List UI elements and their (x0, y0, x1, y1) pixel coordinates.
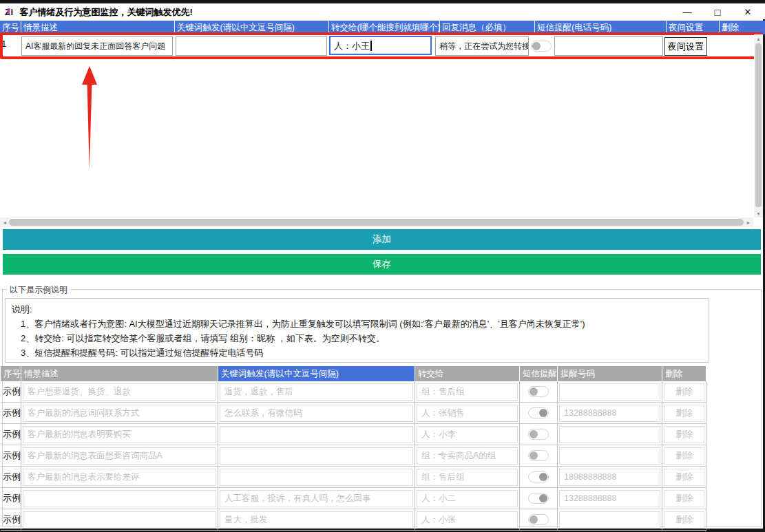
title-bar: Zi 客户情绪及行为意图监控，关键词触发优先! — □ ✕ (0, 3, 763, 21)
delete-button[interactable]: 删除 (664, 511, 704, 529)
header-sms: 短信提醒(电话号码) (535, 21, 666, 34)
phone-input[interactable]: 13288888888 (559, 490, 660, 507)
horizontal-scroll-thumb[interactable] (9, 219, 744, 226)
ex-header-scene: 情景描述 (21, 366, 218, 381)
scene-input[interactable]: 客户最新的消息表面想要咨询商品A (23, 447, 216, 465)
toggle-knob (539, 494, 547, 502)
header-keywords: 关键词触发(请以中文逗号间隔) (175, 21, 328, 34)
toggle-knob (530, 515, 538, 524)
row1-phone-input[interactable] (554, 36, 663, 56)
row1-transfer-value: 人：小王 (334, 41, 370, 51)
row1-keywords-input[interactable] (176, 36, 327, 56)
row1-night-settings-button[interactable]: 夜间设置 (664, 37, 707, 56)
header-seq: 序号 (0, 21, 21, 34)
note-line: 1、客户情绪或者行为意图: AI大模型通过近期聊天记录推算出，为防止重复触发可以… (12, 317, 702, 331)
keywords-input[interactable] (220, 426, 413, 443)
row1-transfer-input[interactable]: 人：小王 (329, 36, 432, 55)
toggle-knob (530, 451, 538, 460)
transfer-input[interactable]: 人：小二 (417, 490, 518, 507)
example-table-row: 示例 量大，批发 人：小张 删除 (1, 509, 706, 531)
transfer-input[interactable]: 组：售后组 (417, 469, 518, 486)
keywords-input[interactable] (220, 447, 413, 465)
transfer-input[interactable]: 组：专卖商品A的组 (417, 447, 518, 465)
sms-toggle[interactable] (528, 386, 549, 397)
scene-input[interactable]: 客户想要退货、换货、退款 (23, 383, 216, 401)
ex-header-sms: 短信提醒 (520, 366, 558, 381)
row-seq-label: 示例 (1, 445, 21, 467)
row-seq-label: 示例 (1, 403, 21, 424)
delete-button[interactable]: 删除 (664, 405, 704, 422)
scene-input[interactable]: 客户最新的消息表示要给差评 (23, 469, 216, 486)
phone-input[interactable]: 18988888888 (559, 469, 660, 486)
scene-input[interactable]: 客户最新的消息表明要购买 (23, 426, 216, 443)
keywords-input[interactable]: 退货，退款，售后 (220, 383, 413, 401)
toggle-knob (539, 473, 547, 481)
sms-toggle[interactable] (528, 493, 549, 504)
maximize-button[interactable]: □ (702, 3, 733, 21)
delete-button[interactable]: 删除 (664, 383, 704, 401)
toggle-knob (530, 430, 538, 438)
row-seq-label: 示例 (1, 488, 21, 509)
header-scene: 情景描述 (21, 21, 174, 34)
transfer-input[interactable]: 组：售后组 (417, 383, 518, 401)
delete-button[interactable]: 删除 (664, 469, 704, 486)
header-reply: 回复消息（必填） (440, 21, 534, 34)
horizontal-scrollbar[interactable]: ◄ ► (0, 217, 753, 227)
scroll-right-arrow-icon[interactable]: ► (744, 217, 753, 227)
row1-sms-toggle[interactable] (531, 41, 552, 52)
scene-input[interactable] (23, 511, 216, 529)
row1-sms-toggle-wrap (531, 41, 552, 52)
example-table-row: 示例 客户最新的消息表明要购买 人：小李 删除 (1, 424, 706, 445)
toggle-knob (530, 387, 538, 396)
keywords-input[interactable] (220, 469, 413, 486)
example-table-header: 序号 情景描述 关键词触发(请以中文逗号间隔) 转交给 短信提醒 提醒号码 删除 (1, 366, 706, 381)
transfer-input[interactable]: 人：张销售 (417, 405, 518, 422)
row1-seq-label: 1 (1, 39, 6, 49)
phone-input[interactable]: 13288888888 (559, 405, 660, 422)
scroll-left-arrow-icon[interactable]: ◄ (0, 217, 10, 227)
vertical-scrollbar[interactable]: ▲ ▼ (754, 34, 763, 217)
example-table-row: 示例 客户最新的消息表示要给差评 组：售后组 18988888888 删除 (1, 467, 706, 488)
add-button[interactable]: 添加 (3, 229, 761, 250)
header-delete: 删除 (720, 21, 765, 34)
example-table-row: 示例 客户最新的消息询问联系方式 怎么联系，有微信吗 人：张销售 1328888… (1, 403, 706, 424)
transfer-input[interactable]: 人：小李 (417, 426, 518, 443)
minimize-button[interactable]: — (672, 3, 702, 21)
example-table-row: 示例 客户想要退货、换货、退款 退货，退款，售后 组：售后组 删除 (1, 381, 706, 403)
sms-toggle[interactable] (528, 514, 549, 525)
note-line: 3、短信提醒和提醒号码: 可以指定通过短信提醒特定电话号码 (12, 345, 702, 360)
phone-input[interactable] (559, 383, 660, 401)
sms-toggle[interactable] (528, 471, 549, 482)
ex-header-seq: 序号 (1, 366, 21, 381)
keywords-input[interactable]: 量大，批发 (220, 511, 413, 529)
close-button[interactable]: ✕ (733, 3, 763, 21)
delete-button[interactable]: 删除 (664, 447, 704, 465)
scene-input[interactable] (23, 490, 216, 507)
keywords-input[interactable]: 怎么联系，有微信吗 (220, 405, 413, 422)
delete-button[interactable]: 删除 (664, 490, 704, 507)
phone-input[interactable] (559, 447, 660, 465)
toggle-knob (539, 409, 547, 417)
row-seq-label: 示例 (1, 424, 21, 445)
scroll-up-arrow-icon[interactable]: ▲ (754, 34, 763, 43)
row1-scene-input[interactable]: AI客服最新的回复未正面回答客户问题 (21, 36, 173, 56)
sms-toggle[interactable] (528, 429, 549, 440)
sms-toggle[interactable] (528, 407, 549, 418)
row-seq-label: 示例 (1, 509, 21, 531)
phone-input[interactable] (559, 511, 660, 529)
scene-input[interactable]: 客户最新的消息询问联系方式 (23, 405, 216, 422)
example-table-row: 示例 客户最新的消息表面想要咨询商品A 组：专卖商品A的组 删除 (1, 445, 706, 467)
example-table: 序号 情景描述 关键词触发(请以中文逗号间隔) 转交给 短信提醒 提醒号码 删除… (1, 366, 706, 531)
delete-button[interactable]: 删除 (664, 426, 704, 443)
keywords-input[interactable]: 人工客服，投诉，有真人吗，怎么回事 (220, 490, 413, 507)
ex-header-transfer: 转交给 (415, 366, 520, 381)
transfer-input[interactable]: 人：小张 (417, 511, 518, 529)
vertical-scroll-thumb[interactable] (755, 43, 762, 207)
sms-toggle[interactable] (528, 450, 549, 461)
main-table-header: 序号 情景描述 关键词触发(请以中文逗号间隔) 转交给(哪个能搜到就填哪个) 回… (0, 21, 765, 34)
scroll-down-arrow-icon[interactable]: ▼ (754, 209, 763, 217)
phone-input[interactable] (559, 426, 660, 443)
text-caret (370, 41, 372, 51)
row1-reply-input[interactable]: 稍等，正在尝试为您转接 (435, 36, 529, 56)
save-button[interactable]: 保存 (3, 254, 761, 275)
